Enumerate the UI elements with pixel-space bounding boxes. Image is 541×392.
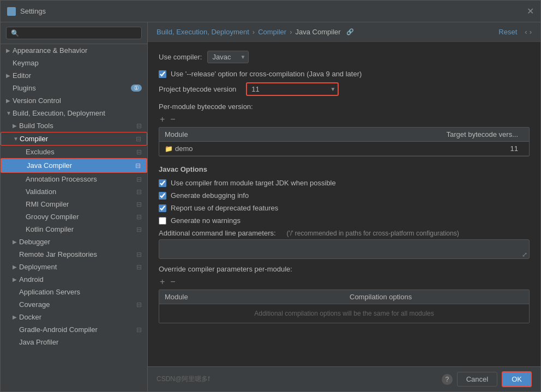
sidebar-item-build-tools[interactable]: ▶ Build Tools ⊟: [1, 119, 147, 132]
nav-fwd-button[interactable]: ›: [530, 28, 532, 36]
compiler-select[interactable]: Javac Eclipse Ajc: [207, 51, 249, 63]
sidebar-item-validation[interactable]: Validation ⊟: [1, 185, 147, 198]
module-name: demo: [175, 144, 193, 153]
additional-params-input[interactable]: [159, 239, 530, 259]
override-label: Override compiler parameters per-module:: [159, 265, 530, 273]
bytecode-col-header: Target bytecode vers...: [420, 128, 529, 141]
search-bar: 🔍: [1, 22, 147, 44]
page-icon: ⊟: [136, 122, 142, 130]
release-option-label: Use '--release' option for cross-compila…: [171, 70, 362, 78]
sidebar-item-plugins[interactable]: Plugins ①: [1, 82, 147, 94]
add-override-button[interactable]: +: [159, 278, 166, 286]
sidebar-item-android[interactable]: ▶ Android: [1, 273, 147, 286]
sidebar-item-build-exec[interactable]: ▼ Build, Execution, Deployment: [1, 107, 147, 119]
search-icon: 🔍: [11, 29, 19, 37]
arrow-icon: ▶: [13, 276, 19, 282]
breadcrumb-part-2[interactable]: Compiler: [258, 28, 286, 36]
module-target-cell: 11: [420, 142, 529, 155]
sidebar-item-appearance[interactable]: ▶ Appearance & Behavior: [1, 44, 147, 57]
content-area: 🔍 ▶ Appearance & Behavior Keymap ▶ Edito…: [1, 22, 540, 391]
params-section: Additional command line parameters: ('/'…: [159, 229, 530, 261]
reset-button[interactable]: Reset: [498, 28, 517, 36]
page-icon: ⊟: [136, 263, 142, 271]
sidebar-item-version-control[interactable]: ▶ Version Control: [1, 94, 147, 107]
sidebar-item-label: Compiler: [20, 135, 134, 143]
settings-window: Settings ✕ 🔍 ▶ Appearance & Behavior Key…: [0, 0, 541, 392]
report-deprecated-checkbox[interactable]: [159, 204, 166, 212]
table-row[interactable]: 📁 demo 11: [159, 142, 529, 156]
sidebar-item-label: Docker: [19, 313, 142, 321]
override-table: Module Compilation options Additional co…: [159, 290, 530, 323]
help-button[interactable]: ?: [442, 374, 453, 385]
sidebar-item-compiler[interactable]: ▼ Compiler ⊟: [1, 132, 147, 146]
sidebar-item-remote-jar[interactable]: Remote Jar Repositories ⊟: [1, 248, 147, 261]
sidebar-item-label: Remote Jar Repositories: [19, 250, 134, 258]
cancel-button[interactable]: Cancel: [457, 372, 497, 387]
sidebar-item-gradle-android[interactable]: Gradle-Android Compiler ⊟: [1, 323, 147, 336]
use-compiler-jdk-checkbox[interactable]: [159, 179, 166, 187]
arrow-icon: ▼: [6, 110, 13, 116]
sidebar-item-label: Gradle-Android Compiler: [19, 325, 134, 334]
breadcrumb-part-1[interactable]: Build, Execution, Deployment: [157, 28, 249, 36]
release-option-checkbox[interactable]: [159, 70, 166, 78]
javac-options-header: Javac Options: [159, 165, 530, 173]
override-table-placeholder: Additional compilation options will be t…: [159, 304, 529, 323]
title-bar: Settings ✕: [1, 1, 540, 22]
arrow-icon: ▼: [13, 136, 20, 142]
page-icon: ⊟: [136, 148, 142, 156]
sidebar-item-deployment[interactable]: ▶ Deployment ⊟: [1, 261, 147, 273]
sidebar-item-groovy[interactable]: Groovy Compiler ⊟: [1, 210, 147, 223]
additional-params-label: Additional command line parameters:: [159, 229, 276, 237]
nav-arrows: ‹ ›: [525, 28, 532, 36]
remove-override-button[interactable]: −: [169, 278, 176, 286]
generate-debug-checkbox[interactable]: [159, 192, 166, 200]
nav-back-button[interactable]: ‹: [525, 28, 527, 36]
generate-no-warnings-checkbox[interactable]: [159, 217, 166, 225]
sidebar-item-java-profiler[interactable]: Java Profiler: [1, 336, 147, 348]
close-button[interactable]: ✕: [527, 6, 534, 16]
sidebar-item-coverage[interactable]: Coverage ⊟: [1, 298, 147, 311]
sidebar-item-label: Debugger: [19, 238, 142, 246]
generate-no-warnings-label: Generate no warnings: [171, 216, 241, 225]
sidebar-item-excludes[interactable]: Excludes ⊟: [1, 146, 147, 158]
add-remove-row: + −: [159, 115, 530, 124]
page-icon: ⊟: [136, 188, 142, 196]
sidebar-item-kotlin[interactable]: Kotlin Compiler ⊟: [1, 223, 147, 236]
sidebar-item-label: Android: [19, 275, 142, 284]
sidebar-item-rmi[interactable]: RMI Compiler ⊟: [1, 198, 147, 210]
page-icon: ⊟: [136, 301, 142, 309]
app-icon: [7, 7, 16, 16]
javac-check-4: Generate no warnings: [159, 216, 530, 225]
sidebar-item-label: Excludes: [26, 148, 134, 156]
watermark: CSDN@阿里嗯多f: [157, 375, 210, 384]
module-folder-icon: 📁: [165, 145, 173, 153]
bytecode-version-select[interactable]: 11 8 17 21: [246, 82, 339, 96]
override-table-header: Module Compilation options: [159, 290, 529, 304]
use-compiler-row: Use compiler: Javac Eclipse Ajc ▼: [159, 51, 530, 63]
sidebar-item-annotation[interactable]: Annotation Processors ⊟: [1, 173, 147, 185]
sidebar: 🔍 ▶ Appearance & Behavior Keymap ▶ Edito…: [1, 22, 148, 391]
javac-check-3: Report use of deprecated features: [159, 204, 530, 212]
sidebar-item-keymap[interactable]: Keymap: [1, 57, 147, 69]
bytecode-version-label: Project bytecode version: [159, 85, 236, 93]
sidebar-item-label: Coverage: [19, 300, 134, 309]
plugins-badge: ①: [131, 85, 142, 92]
add-module-button[interactable]: +: [159, 115, 166, 124]
sidebar-item-docker[interactable]: ▶ Docker: [1, 311, 147, 323]
ok-button[interactable]: OK: [502, 371, 532, 387]
breadcrumb-sep-1: ›: [253, 28, 255, 36]
bytecode-version-select-wrap: 11 8 17 21 ▼: [246, 82, 339, 96]
sidebar-item-label: Groovy Compiler: [26, 213, 134, 221]
use-compiler-label: Use compiler:: [159, 53, 202, 61]
per-module-table: Module Target bytecode vers... 📁 demo 11: [159, 127, 530, 156]
search-input[interactable]: [21, 29, 137, 37]
sidebar-item-editor[interactable]: ▶ Editor: [1, 69, 147, 82]
sidebar-item-app-servers[interactable]: Application Servers: [1, 286, 147, 298]
arrow-icon: ▶: [13, 314, 19, 320]
sidebar-item-java-compiler[interactable]: Java Compiler ⊟: [1, 158, 147, 173]
remove-module-button[interactable]: −: [169, 115, 176, 124]
sidebar-item-debugger[interactable]: ▶ Debugger: [1, 236, 147, 248]
sidebar-item-label: RMI Compiler: [26, 200, 134, 208]
release-option-row: Use '--release' option for cross-compila…: [159, 70, 530, 78]
sidebar-item-label: Validation: [26, 188, 134, 196]
